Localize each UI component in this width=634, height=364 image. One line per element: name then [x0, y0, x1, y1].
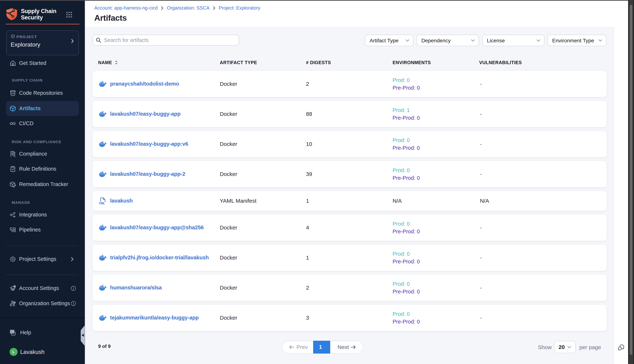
- svg-text:YML: YML: [99, 202, 105, 205]
- svg-text:?: ?: [11, 330, 13, 333]
